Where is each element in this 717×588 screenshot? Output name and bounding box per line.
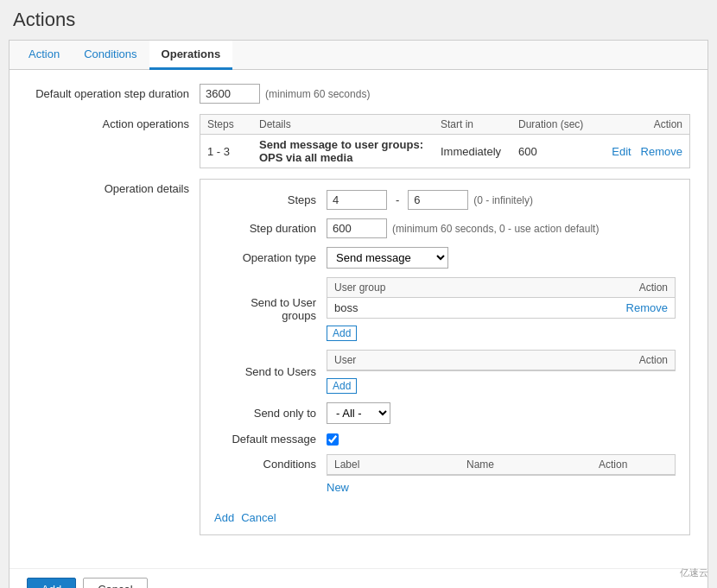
- action-operations-area: Steps Details Start in Duration (sec) Ac…: [200, 114, 690, 168]
- users-table-header: User Action: [327, 351, 675, 370]
- send-only-to-row: Send only to - All - Jabber Email SMS: [214, 402, 676, 424]
- default-step-duration-controls: (minimum 60 seconds): [200, 84, 690, 104]
- conditions-table: Label Name Action: [327, 454, 676, 476]
- send-to-usergroups-area: User group Action boss Remove: [327, 277, 676, 341]
- cancel-button[interactable]: Cancel: [83, 578, 147, 588]
- op-add-cancel-row: Add Cancel: [214, 504, 676, 524]
- operation-details-row: Operation details Steps - (0 - infinitel…: [27, 179, 690, 535]
- col-header-usergroup: User group: [334, 281, 581, 294]
- add-usergroup-button[interactable]: Add: [327, 326, 357, 341]
- send-only-to-controls: - All - Jabber Email SMS: [327, 402, 390, 424]
- send-only-to-select[interactable]: - All - Jabber Email SMS: [327, 402, 390, 424]
- col-header-action: Action: [605, 118, 682, 130]
- op-duration: 600: [518, 145, 605, 158]
- default-step-duration-label: Default operation step duration: [27, 84, 200, 100]
- op-row-actions: Edit Remove: [605, 145, 682, 158]
- operation-details-label: Operation details: [27, 179, 200, 195]
- usergroup-remove-action: Remove: [581, 301, 668, 314]
- usergroup-row: boss Remove: [327, 298, 675, 318]
- op-details-text: Send message to user groups: OPS via all…: [259, 138, 423, 164]
- default-message-controls: [327, 433, 339, 446]
- bottom-actions-bar: Add Cancel: [10, 568, 707, 588]
- main-panel: Action Conditions Operations Default ope…: [9, 40, 708, 588]
- steps-hint: (0 - infinitely): [473, 194, 533, 206]
- col-header-duration: Duration (sec): [518, 118, 605, 130]
- op-details: Send message to user groups: OPS via all…: [259, 138, 441, 164]
- col-header-user: User: [334, 354, 581, 366]
- col-header-cond-action: Action: [599, 458, 668, 471]
- default-message-row: Default message: [214, 433, 676, 446]
- conditions-label: Conditions: [214, 454, 327, 471]
- conditions-row: Conditions Label Name Action New: [214, 454, 676, 496]
- conditions-table-header: Label Name Action: [327, 455, 675, 475]
- send-to-users-area: User Action Add: [327, 350, 676, 394]
- operation-type-select[interactable]: Send message Remote command: [327, 247, 448, 269]
- operation-type-controls: Send message Remote command: [327, 247, 448, 269]
- send-to-usergroups-row: Send to User groups User group Action bo…: [214, 277, 676, 341]
- default-message-label: Default message: [214, 433, 327, 446]
- steps-row: Steps - (0 - infinitely): [214, 190, 676, 210]
- step-duration-controls: (minimum 60 seconds, 0 - use action defa…: [327, 218, 599, 238]
- op-edit-link[interactable]: Edit: [612, 145, 631, 158]
- operation-type-label: Operation type: [214, 251, 327, 264]
- table-row: 1 - 3 Send message to user groups: OPS v…: [200, 135, 689, 168]
- op-startin: Immediately: [441, 145, 518, 158]
- steps-dash: -: [396, 193, 399, 206]
- col-header-steps: Steps: [207, 118, 259, 130]
- step-duration-row: Step duration (minimum 60 seconds, 0 - u…: [214, 218, 676, 238]
- operation-details-area: Steps - (0 - infinitely) Step duration: [200, 179, 690, 535]
- steps-label: Steps: [214, 193, 327, 206]
- col-header-user-action: Action: [581, 354, 668, 366]
- usergroups-table-header: User group Action: [327, 278, 675, 298]
- usergroup-remove-link[interactable]: Remove: [626, 301, 668, 314]
- operation-details-box: Steps - (0 - infinitely) Step duration: [200, 179, 690, 535]
- page-title: Actions: [9, 9, 708, 31]
- usergroups-table: User group Action boss Remove: [327, 277, 676, 319]
- tabs-bar: Action Conditions Operations: [10, 41, 707, 70]
- users-table: User Action: [327, 350, 676, 371]
- action-operations-row: Action operations Steps Details Start in…: [27, 114, 690, 168]
- steps-controls: - (0 - infinitely): [327, 190, 533, 210]
- step-duration-input[interactable]: [327, 218, 387, 238]
- col-header-cond-label: Label: [334, 458, 466, 471]
- operations-table-header: Steps Details Start in Duration (sec) Ac…: [200, 115, 689, 135]
- add-user-button[interactable]: Add: [327, 378, 357, 394]
- watermark: 亿速云: [680, 566, 708, 579]
- tab-content: Default operation step duration (minimum…: [10, 70, 707, 560]
- col-header-cond-name: Name: [466, 458, 599, 471]
- send-to-users-row: Send to Users User Action Add: [214, 350, 676, 394]
- send-to-users-label: Send to Users: [214, 365, 327, 378]
- op-remove-link[interactable]: Remove: [641, 145, 682, 158]
- col-header-startin: Start in: [441, 118, 518, 130]
- conditions-area: Label Name Action New: [327, 454, 676, 496]
- default-step-duration-row: Default operation step duration (minimum…: [27, 84, 690, 104]
- operations-table: Steps Details Start in Duration (sec) Ac…: [200, 114, 690, 168]
- tab-conditions[interactable]: Conditions: [72, 41, 149, 70]
- col-header-details: Details: [259, 118, 441, 130]
- operation-type-row: Operation type Send message Remote comma…: [214, 247, 676, 269]
- op-steps: 1 - 3: [207, 145, 259, 158]
- default-step-duration-hint: (minimum 60 seconds): [265, 88, 370, 100]
- op-cancel-link[interactable]: Cancel: [241, 511, 276, 524]
- action-operations-label: Action operations: [27, 114, 200, 130]
- step-duration-hint: (minimum 60 seconds, 0 - use action defa…: [392, 223, 599, 235]
- op-add-link[interactable]: Add: [214, 511, 234, 524]
- default-step-duration-input[interactable]: [200, 84, 260, 104]
- add-button[interactable]: Add: [27, 578, 76, 588]
- send-only-to-label: Send only to: [214, 407, 327, 420]
- col-header-ug-action: Action: [581, 281, 668, 294]
- step-duration-label: Step duration: [214, 222, 327, 235]
- tab-action[interactable]: Action: [16, 41, 72, 70]
- send-to-usergroups-label: Send to User groups: [214, 296, 327, 322]
- new-condition-link[interactable]: New: [327, 479, 349, 496]
- default-message-checkbox[interactable]: [327, 433, 339, 446]
- steps-to-input[interactable]: [408, 190, 468, 210]
- steps-from-input[interactable]: [327, 190, 387, 210]
- usergroup-name: boss: [334, 301, 581, 314]
- tab-operations[interactable]: Operations: [149, 41, 233, 70]
